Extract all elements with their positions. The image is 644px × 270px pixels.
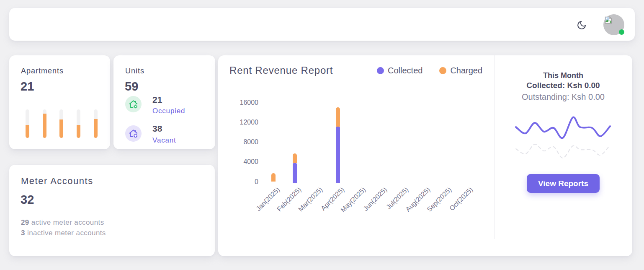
occupied-count: 21 (152, 95, 162, 104)
user-avatar[interactable] (603, 14, 624, 35)
bar-Feb(2025) (293, 153, 297, 183)
apartments-mini-bar (77, 109, 80, 138)
apartments-mini-bar (59, 109, 63, 138)
y-axis-label: 0 (225, 178, 258, 186)
y-axis-label: 4000 (225, 158, 258, 166)
units-card: Units 59 21 Occupied 38 Vacant (113, 55, 215, 149)
apartments-mini-bar (94, 109, 98, 138)
inactive-meter-count: 3 (21, 229, 25, 237)
chart-legend: Collected Charged (377, 66, 482, 75)
sparkline-chart (513, 113, 613, 164)
bar-Jan(2025) (271, 173, 276, 183)
apartments-mini-bar-fill (94, 119, 98, 138)
active-meter-line: 29 active meter accounts (21, 219, 104, 226)
online-status-dot (619, 29, 624, 35)
rent-revenue-card: Rent Revenue Report Collected Charged 16… (218, 55, 632, 256)
y-axis-label: 16000 (225, 99, 258, 106)
bar-segment-collected (336, 127, 340, 183)
summary-outstanding: Outstanding: Ksh 0.00 (494, 93, 632, 101)
charged-legend-label: Charged (450, 66, 482, 75)
inactive-meter-line: 3 inactive meter accounts (21, 229, 106, 236)
summary-title: This Month (494, 72, 632, 79)
apartments-mini-bar-fill (77, 125, 80, 138)
house-plus-icon (128, 128, 139, 139)
apartments-count: 21 (21, 80, 34, 93)
units-count: 59 (125, 80, 138, 93)
vacant-icon-badge (125, 125, 142, 142)
apartments-title: Apartments (21, 67, 64, 75)
occupied-icon-badge (125, 96, 142, 112)
active-meter-count: 29 (21, 218, 29, 226)
inactive-meter-label: inactive meter accounts (25, 229, 106, 237)
apartments-mini-bar-fill (43, 114, 46, 138)
apartments-card: Apartments 21 (9, 55, 110, 149)
y-axis-label: 12000 (225, 118, 258, 126)
apartments-mini-bar (43, 109, 46, 138)
apartments-mini-bar-fill (59, 119, 63, 138)
summary-collected: Collected: Ksh 0.00 (494, 81, 632, 89)
units-title: Units (125, 67, 144, 75)
meter-accounts-card: Meter Accounts 32 29 active meter accoun… (9, 165, 215, 256)
broken-image-icon (604, 16, 613, 24)
charged-legend-dot (439, 67, 446, 74)
bar-segment-charged (271, 173, 276, 182)
active-meter-label: active meter accounts (29, 218, 104, 226)
y-axis-label: 8000 (225, 138, 258, 146)
x-axis-label: Oct(2025) (448, 186, 474, 212)
bar-segment-charged (336, 107, 340, 127)
moon-icon (577, 20, 587, 30)
top-bar (9, 8, 635, 41)
occupied-label: Occupied (152, 107, 185, 114)
dark-mode-toggle[interactable] (574, 18, 589, 32)
apartments-mini-bar-fill (26, 125, 29, 138)
bar-Apr(2025) (336, 107, 340, 183)
vacant-count: 38 (152, 124, 162, 133)
meter-title: Meter Accounts (21, 177, 93, 186)
bar-segment-collected (293, 163, 297, 183)
apartments-mini-bar (26, 109, 29, 138)
house-x-icon (128, 99, 139, 109)
collected-legend-label: Collected (388, 66, 422, 75)
bar-segment-charged (293, 153, 297, 164)
chart-title: Rent Revenue Report (229, 65, 333, 75)
collected-legend-dot (377, 67, 384, 74)
vacant-label: Vacant (152, 137, 176, 144)
meter-count: 32 (21, 194, 34, 206)
view-reports-button[interactable]: View Reports (527, 174, 600, 193)
